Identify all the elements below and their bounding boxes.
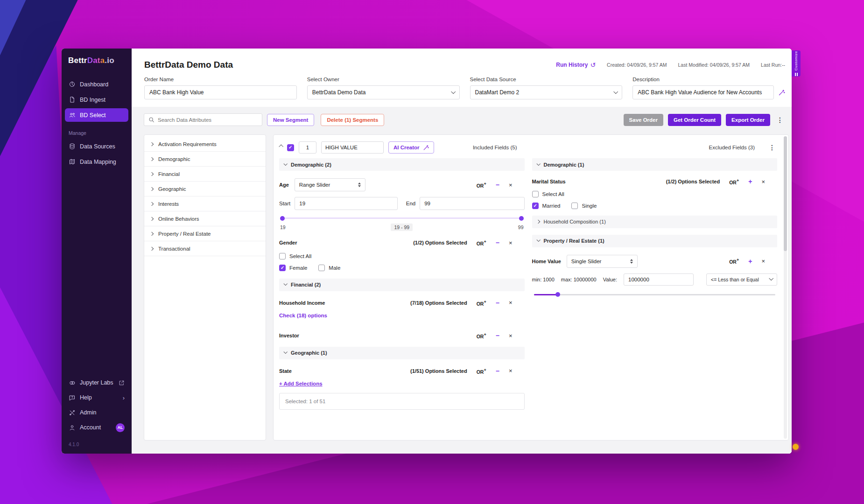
owner-select[interactable]: BettrData Demo Data [307, 85, 460, 99]
close-field-button[interactable]: × [761, 179, 765, 185]
remove-field-button[interactable]: − [496, 368, 499, 374]
sidebar-item-dashboard[interactable]: Dashboard [62, 77, 132, 91]
category-interests[interactable]: Interests [144, 196, 266, 211]
or-button[interactable]: OR+ [477, 239, 486, 246]
vertical-scrollbar[interactable] [784, 136, 787, 439]
search-input[interactable] [158, 117, 258, 123]
check-options-link[interactable]: Check (18) options [279, 313, 327, 318]
magic-wand-icon [423, 145, 429, 151]
description-input[interactable] [632, 85, 774, 99]
slider-handle-min[interactable] [280, 216, 285, 221]
sidebar: BettrData.io Dashboard BD Ingest BD Sele… [62, 49, 132, 454]
start-label: Start [279, 201, 290, 206]
sidebar-item-data-mapping[interactable]: Data Mapping [62, 155, 132, 168]
age-control-select[interactable]: Range Slider [295, 178, 365, 191]
segment-name-input[interactable] [321, 141, 384, 154]
new-segment-button[interactable]: New Segment [267, 114, 314, 126]
category-demographic[interactable]: Demographic [144, 152, 266, 167]
order-name-field-group: Order Name [144, 77, 297, 99]
excluded-property-section-header[interactable]: Property / Real Estate (1) [532, 235, 778, 247]
sidebar-item-data-sources[interactable]: Data Sources [62, 140, 132, 153]
or-button[interactable]: OR+ [477, 332, 486, 339]
gender-field-row: Gender (1/2) Options Selected OR+ − × [279, 239, 525, 246]
get-order-count-button[interactable]: Get Order Count [668, 114, 721, 126]
home-value-input[interactable] [624, 273, 694, 286]
save-order-button[interactable]: Save Order [624, 114, 663, 126]
or-button[interactable]: OR+ [477, 368, 486, 375]
add-back-field-button[interactable]: + [748, 258, 752, 265]
close-field-button[interactable]: × [761, 258, 765, 264]
data-source-value: DataMart Demo 2 [475, 89, 614, 96]
female-checkbox[interactable] [279, 265, 286, 271]
sidebar-item-help[interactable]: Help › [62, 391, 132, 405]
close-field-button[interactable]: × [509, 333, 513, 339]
data-source-select[interactable]: DataMart Demo 2 [470, 85, 623, 99]
sidebar-item-account[interactable]: Account AL [62, 420, 132, 434]
single-checkbox[interactable] [571, 203, 578, 209]
add-back-field-button[interactable]: + [748, 178, 752, 185]
category-activation-requirements[interactable]: Activation Requirements [144, 137, 266, 152]
or-button[interactable]: OR+ [477, 300, 486, 307]
or-button[interactable]: OR+ [477, 182, 486, 189]
sidebar-item-bd-ingest[interactable]: BD Ingest [62, 93, 132, 106]
sidebar-item-jupyter-labs[interactable]: Jupyter Labs [62, 376, 132, 390]
close-field-button[interactable]: × [509, 300, 513, 306]
segment-checkbox[interactable] [287, 144, 294, 151]
add-selections-link[interactable]: + Add Selections [279, 381, 323, 386]
customize-tab[interactable]: Customize [792, 50, 801, 77]
segment-card: AI Creator Included Fields (5) Excluded … [273, 134, 789, 441]
category-property-real-estate[interactable]: Property / Real Estate [144, 226, 266, 241]
scrollbar-thumb[interactable] [784, 136, 787, 251]
married-checkbox[interactable] [532, 203, 539, 209]
included-geographic-section-header[interactable]: Geographic (1) [279, 347, 525, 359]
close-field-button[interactable]: × [509, 182, 513, 188]
magic-wand-icon [778, 89, 785, 96]
collapse-chevron-icon[interactable] [279, 144, 283, 149]
home-value-control-select[interactable]: Single Slider [567, 255, 638, 268]
category-geographic[interactable]: Geographic [144, 182, 266, 196]
sidebar-item-bd-select[interactable]: BD Select [65, 108, 128, 122]
export-order-button[interactable]: Export Order [726, 114, 770, 126]
remove-field-button[interactable]: − [496, 332, 499, 339]
toolbar-kebab-icon[interactable]: ⋮ [775, 117, 785, 123]
category-online-behaviors[interactable]: Online Behaviors [144, 211, 266, 226]
home-value-operator-select[interactable]: <= Less than or Equal [706, 273, 777, 286]
remove-field-button[interactable]: − [496, 239, 499, 246]
excluded-demographic-section-header[interactable]: Demographic (1) [532, 158, 778, 171]
age-start-input[interactable] [295, 197, 397, 210]
age-end-input[interactable] [420, 197, 524, 210]
category-financial[interactable]: Financial [144, 167, 266, 182]
run-history-link[interactable]: Run History ↺ [556, 61, 596, 69]
sidebar-item-admin[interactable]: Admin [62, 406, 132, 420]
age-end-group: End [406, 197, 525, 210]
notification-dot[interactable] [793, 444, 799, 450]
chevron-right-icon [150, 202, 154, 205]
home-value-slider[interactable] [534, 294, 776, 295]
search-box[interactable] [144, 113, 262, 126]
age-range-slider[interactable] [281, 217, 523, 219]
segment-number-input[interactable] [299, 141, 316, 154]
included-financial-section-header[interactable]: Financial (2) [279, 279, 525, 291]
excluded-kebab-icon[interactable]: ⋮ [767, 144, 777, 151]
male-checkbox[interactable] [318, 265, 325, 271]
delete-segments-button[interactable]: Delete (1) Segments [321, 114, 384, 126]
category-transactional[interactable]: Transactional [144, 241, 266, 256]
slider-handle-max[interactable] [519, 216, 524, 221]
slider-handle[interactable] [555, 292, 560, 297]
remove-field-button[interactable]: − [496, 182, 499, 188]
select-all-checkbox[interactable] [279, 253, 286, 259]
select-all-checkbox[interactable] [532, 191, 539, 197]
ai-creator-button[interactable]: AI Creator [388, 141, 434, 154]
avatar[interactable]: AL [116, 423, 125, 432]
state-selection-summary[interactable]: Selected: 1 of 51 [279, 393, 525, 410]
ai-wand-button[interactable] [778, 85, 785, 99]
included-demographic-section-header[interactable]: Demographic (2) [279, 158, 525, 171]
close-field-button[interactable]: × [509, 368, 513, 374]
or-button[interactable]: OR+ [729, 178, 739, 185]
remove-field-button[interactable]: − [496, 300, 499, 306]
household-composition-collapsed-header[interactable]: Household Composition (1) [532, 216, 778, 228]
category-label: Interests [158, 201, 179, 207]
or-button[interactable]: OR+ [729, 258, 739, 265]
order-name-input[interactable] [144, 85, 297, 99]
close-field-button[interactable]: × [509, 240, 513, 246]
